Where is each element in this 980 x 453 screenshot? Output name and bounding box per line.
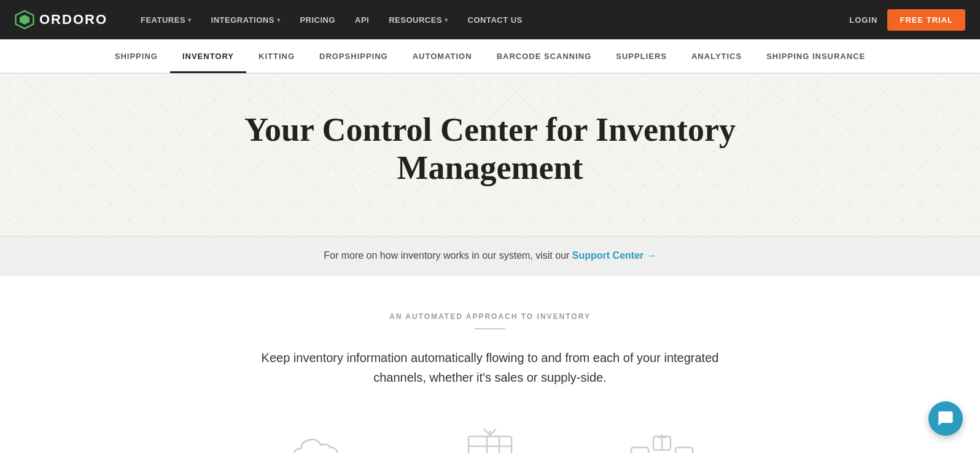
sec-nav-shipping-insurance[interactable]: SHIPPING INSURANCE bbox=[754, 41, 877, 72]
info-banner: For more on how inventory works in our s… bbox=[0, 236, 980, 275]
chat-icon bbox=[937, 410, 954, 427]
svg-rect-4 bbox=[469, 436, 511, 453]
hero-section: Your Control Center for Inventory Manage… bbox=[0, 74, 980, 236]
svg-marker-1 bbox=[20, 15, 29, 25]
sec-nav-kitting[interactable]: KITTING bbox=[246, 41, 307, 72]
sec-nav-shipping[interactable]: SHIPPING bbox=[103, 41, 170, 72]
sec-nav-inventory[interactable]: INVENTORY bbox=[170, 41, 246, 72]
free-trial-button[interactable]: FREE TRIAL bbox=[887, 9, 965, 31]
chevron-down-icon: ▾ bbox=[188, 17, 192, 23]
features-section: AN AUTOMATED APPROACH TO INVENTORY Keep … bbox=[0, 275, 980, 453]
top-nav: ORDORO FEATURES ▾ INTEGRATIONS ▾ PRICING… bbox=[0, 0, 980, 39]
sec-nav-automation[interactable]: AUTOMATION bbox=[400, 41, 484, 72]
icon-item-sync bbox=[607, 424, 717, 453]
icon-item-cloud bbox=[263, 424, 373, 453]
logo-icon bbox=[15, 10, 34, 30]
logo-text: ORDORO bbox=[39, 12, 107, 28]
secondary-nav: SHIPPING INVENTORY KITTING DROPSHIPPING … bbox=[0, 39, 980, 74]
hero-content: Your Control Center for Inventory Manage… bbox=[214, 111, 766, 187]
info-banner-text: For more on how inventory works in our s… bbox=[324, 250, 569, 261]
nav-api[interactable]: API bbox=[346, 10, 378, 30]
icons-row bbox=[25, 412, 955, 453]
svg-rect-12 bbox=[675, 447, 693, 453]
nav-contact-us[interactable]: CONTACT US bbox=[459, 10, 531, 30]
main-nav-items: FEATURES ▾ INTEGRATIONS ▾ PRICING API RE… bbox=[132, 10, 849, 30]
cloud-icon-visual bbox=[281, 424, 355, 453]
support-center-link[interactable]: Support Center → bbox=[572, 250, 656, 261]
section-divider bbox=[475, 328, 505, 329]
sec-nav-dropshipping[interactable]: DROPSHIPPING bbox=[307, 41, 400, 72]
hero-title: Your Control Center for Inventory Manage… bbox=[214, 111, 766, 187]
chat-bubble[interactable] bbox=[928, 401, 963, 436]
icon-item-spreadsheet bbox=[435, 424, 545, 453]
nav-integrations[interactable]: INTEGRATIONS ▾ bbox=[203, 10, 289, 30]
sec-nav-barcode-scanning[interactable]: BARCODE SCANNING bbox=[484, 41, 604, 72]
section-tag: AN AUTOMATED APPROACH TO INVENTORY bbox=[25, 312, 955, 321]
sync-icon-visual bbox=[625, 424, 699, 453]
nav-right: LOGIN FREE TRIAL bbox=[849, 9, 965, 31]
sec-nav-suppliers[interactable]: SUPPLIERS bbox=[604, 41, 679, 72]
chevron-down-icon: ▾ bbox=[445, 17, 448, 23]
nav-resources[interactable]: RESOURCES ▾ bbox=[380, 10, 456, 30]
nav-features[interactable]: FEATURES ▾ bbox=[132, 10, 200, 30]
chevron-down-icon: ▾ bbox=[277, 17, 281, 23]
login-link[interactable]: LOGIN bbox=[849, 15, 877, 25]
logo-link[interactable]: ORDORO bbox=[15, 10, 107, 30]
section-body: Keep inventory information automatically… bbox=[244, 348, 736, 387]
sec-nav-analytics[interactable]: ANALYTICS bbox=[679, 41, 754, 72]
spreadsheet-icon-visual bbox=[453, 424, 527, 453]
nav-pricing[interactable]: PRICING bbox=[291, 10, 344, 30]
svg-rect-11 bbox=[631, 447, 648, 453]
